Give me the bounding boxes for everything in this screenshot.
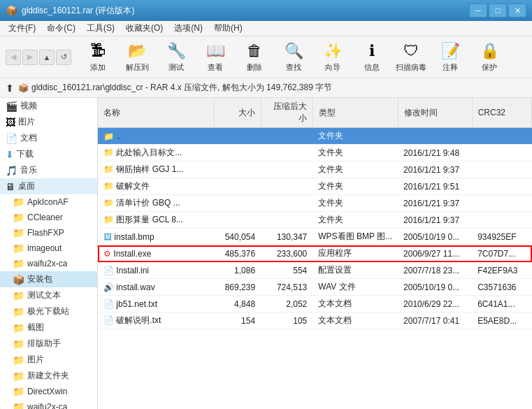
extract-button[interactable]: 📂 解压到 xyxy=(119,39,155,76)
path-icon: ⬆ xyxy=(6,82,14,94)
find-icon: 🔍 xyxy=(285,42,303,60)
sidebar-item-testfile[interactable]: 📁 测试文本 xyxy=(0,287,97,303)
sidebar-item-music[interactable]: 🎵 音乐 xyxy=(0,162,97,178)
cell-type: WAV 文件 xyxy=(312,279,398,296)
minimize-button[interactable]: ─ xyxy=(469,3,487,17)
table-row[interactable]: 📄 Install.ini1,086554配置设置2007/7/18 23...… xyxy=(98,262,532,279)
table-row[interactable]: 📁 清单计价 GBQ ...文件夹2016/1/21 9:37 xyxy=(98,195,532,212)
protect-label: 保护 xyxy=(482,62,497,73)
menu-file[interactable]: 文件(F) xyxy=(3,21,41,36)
main-content: 🎬 视频 🖼 图片 📄 文档 ⬇ 下载 🎵 音乐 🖥 桌面 📁 ApkIconA… xyxy=(0,98,532,409)
col-size[interactable]: 大小 xyxy=(214,98,261,128)
sidebar-item-imageout[interactable]: 📁 imageout xyxy=(0,241,97,256)
sidebar-item-documents[interactable]: 📄 文档 xyxy=(0,130,97,146)
table-row[interactable]: 🖼 install.bmp540,054130,347WPS看图 BMP 图..… xyxy=(98,229,532,245)
table-row[interactable]: 📁 破解文件文件夹2016/1/21 9:51 xyxy=(98,178,532,195)
window-title: glddisc_160121.rar (评估版本) xyxy=(22,5,469,17)
cell-compressed: 233,600 xyxy=(261,245,312,262)
sidebar-label-imageout: imageout xyxy=(27,243,62,253)
menu-options[interactable]: 选项(N) xyxy=(168,21,208,36)
cell-crc: 934925EF xyxy=(472,229,531,245)
refresh-button[interactable]: ↺ xyxy=(56,50,71,65)
col-modified[interactable]: 修改时间 xyxy=(398,98,472,128)
col-compressed[interactable]: 压缩后大小 xyxy=(261,98,312,128)
sidebar-item-desktop[interactable]: 🖥 桌面 xyxy=(0,178,97,194)
table-row[interactable]: ⚙ Install.exe485,376233,600应用程序2006/9/27… xyxy=(98,245,532,262)
title-bar: 📦 glddisc_160121.rar (评估版本) ─ □ ✕ xyxy=(0,0,532,21)
maximize-button[interactable]: □ xyxy=(489,3,507,17)
images-icon: 📁 xyxy=(13,354,24,366)
cell-crc xyxy=(472,145,531,162)
back-button[interactable]: ◀ xyxy=(6,50,21,65)
menu-favorites[interactable]: 收藏夹(O) xyxy=(120,21,168,36)
imageout-icon: 📁 xyxy=(13,243,24,254)
cell-crc xyxy=(472,128,531,145)
view-button[interactable]: 📖 查看 xyxy=(197,39,233,76)
cell-size xyxy=(214,145,261,162)
path-text: glddisc_160121.rar\glddisc_cr - RAR 4.x … xyxy=(31,82,332,94)
sidebar-item-screenshot[interactable]: 📁 截图 xyxy=(0,320,97,336)
info-button[interactable]: ℹ 信息 xyxy=(354,39,390,76)
sidebar-item-ccleaner[interactable]: 📁 CCleaner xyxy=(0,210,97,225)
menu-help[interactable]: 帮助(H) xyxy=(208,21,248,36)
wizard-button[interactable]: ✨ 向导 xyxy=(315,39,351,76)
sidebar-label-pictures: 图片 xyxy=(18,116,35,128)
delete-icon: 🗑 xyxy=(247,42,262,60)
protect-button[interactable]: 🔒 保护 xyxy=(471,39,508,76)
wizard-icon: ✨ xyxy=(324,42,343,60)
sidebar-item-jidl[interactable]: 📁 极光下载站 xyxy=(0,303,97,320)
cell-size xyxy=(214,178,261,195)
newfolder-icon: 📁 xyxy=(13,371,24,382)
cell-size: 869,239 xyxy=(214,279,261,296)
table-row[interactable]: 📁 ..文件夹 xyxy=(98,128,532,145)
sidebar-item-directxwin[interactable]: 📁 DirectXwin xyxy=(0,384,97,399)
menu-tools[interactable]: 工具(S) xyxy=(81,21,120,36)
sidebar-item-pictures[interactable]: 🖼 图片 xyxy=(0,114,97,130)
table-row[interactable]: 📄 jb51.net.txt4,8482,052文本文档2010/6/29 22… xyxy=(98,296,532,313)
table-row[interactable]: 📄 破解说明.txt154105文本文档2007/7/17 0:41E5AE8D… xyxy=(98,313,532,329)
cell-size xyxy=(214,128,261,145)
sidebar-item-waifu2x[interactable]: 📁 waifu2x-ca xyxy=(0,256,97,271)
sidebar-item-downloads[interactable]: ⬇ 下载 xyxy=(0,146,97,162)
up-button[interactable]: ▲ xyxy=(39,50,55,65)
apkiconaf-icon: 📁 xyxy=(13,196,24,208)
cell-compressed: 554 xyxy=(261,262,312,279)
sidebar-item-apkiconaf[interactable]: 📁 ApkIconAF xyxy=(0,194,97,210)
find-button[interactable]: 🔍 查找 xyxy=(275,39,312,76)
sidebar-item-video[interactable]: 🎬 视频 xyxy=(0,98,97,114)
cell-name: 📄 Install.ini xyxy=(98,262,214,279)
add-button[interactable]: 🗜 添加 xyxy=(80,39,116,76)
sidebar-item-installpkg[interactable]: 📦 安装包 xyxy=(0,271,97,287)
window-controls: ─ □ ✕ xyxy=(469,3,526,17)
table-row[interactable]: 🔊 install.wav869,239724,513WAV 文件2005/10… xyxy=(98,279,532,296)
cell-crc: E5AE8D... xyxy=(472,313,531,329)
cell-size: 1,086 xyxy=(214,262,261,279)
cell-type: 配置设置 xyxy=(312,262,398,279)
comment-label: 注释 xyxy=(443,62,458,73)
sidebar-label-newfolder: 新建文件夹 xyxy=(27,370,69,382)
cell-type: 文件夹 xyxy=(312,178,398,195)
sidebar-label-apkiconaf: ApkIconAF xyxy=(27,197,69,207)
col-crc[interactable]: CRC32 xyxy=(472,98,531,128)
menu-command[interactable]: 命令(C) xyxy=(41,21,81,36)
waifu2x2-icon: 📁 xyxy=(13,401,24,409)
cell-name: 📁 此处输入目标文... xyxy=(98,145,214,162)
delete-button[interactable]: 🗑 删除 xyxy=(236,39,273,76)
close-button[interactable]: ✕ xyxy=(508,3,526,17)
test-button[interactable]: 🔧 测试 xyxy=(158,39,194,76)
table-row[interactable]: 📁 图形算量 GCL 8...文件夹2016/1/21 9:37 xyxy=(98,212,532,229)
sidebar-item-flashfxp[interactable]: 📁 FlashFXP xyxy=(0,225,97,241)
col-name[interactable]: 名称 xyxy=(98,98,214,128)
col-type[interactable]: 类型 xyxy=(312,98,398,128)
forward-button[interactable]: ▶ xyxy=(22,50,38,65)
sidebar-label-sort-helper: 排版助手 xyxy=(27,338,61,350)
sidebar-item-waifu2x2[interactable]: 📁 waifu2x-ca xyxy=(0,399,97,409)
sidebar-item-images[interactable]: 📁 图片 xyxy=(0,352,97,368)
sidebar-item-sort-helper[interactable]: 📁 排版助手 xyxy=(0,336,97,352)
table-row[interactable]: 📁 此处输入目标文...文件夹2016/1/21 9:48 xyxy=(98,145,532,162)
sidebar-item-newfolder[interactable]: 📁 新建文件夹 xyxy=(0,368,97,384)
comment-button[interactable]: 📝 注释 xyxy=(432,39,468,76)
cell-name: 📄 jb51.net.txt xyxy=(98,296,214,313)
table-row[interactable]: 📁 钢筋抽样 GGJ 1...文件夹2016/1/21 9:37 xyxy=(98,162,532,178)
scan-button[interactable]: 🛡 扫描病毒 xyxy=(393,39,429,76)
